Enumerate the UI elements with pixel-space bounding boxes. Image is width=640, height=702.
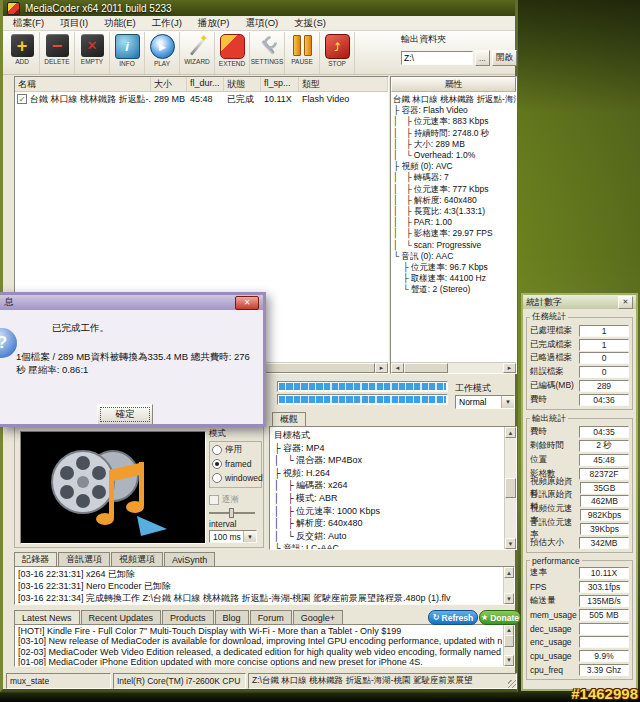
column-header[interactable]: 大小 xyxy=(151,77,187,91)
scroll-left-icon[interactable]: ◄ xyxy=(391,363,404,373)
app-icon xyxy=(7,2,20,15)
tab-video-options[interactable]: 視頻選項 xyxy=(111,552,163,566)
target-line: │ ├ 編碼器: x264 xyxy=(274,479,516,492)
scroll-down-icon[interactable]: ▼ xyxy=(504,593,514,604)
radio-selected-icon[interactable] xyxy=(212,459,222,469)
scroll-up-icon[interactable]: ▲ xyxy=(505,427,516,438)
menu-item[interactable]: 功能(E) xyxy=(96,16,144,30)
properties-header[interactable]: 屬性 xyxy=(391,77,516,92)
output-statistics-title: 輸出統計 xyxy=(530,413,568,425)
add-button[interactable]: ADD xyxy=(5,32,40,74)
interval-select[interactable]: 100 ms ▼ xyxy=(209,530,257,543)
radio-disabled[interactable]: 停用 xyxy=(212,443,259,457)
delete-button[interactable]: DELETE xyxy=(40,32,75,74)
news-item[interactable]: [02-03] MediaCoder Web Video Edition rel… xyxy=(18,647,502,657)
column-header[interactable]: fl_dur... xyxy=(187,77,224,91)
log-line: [03-16 22:31:31] x264 已卸除 xyxy=(18,568,502,580)
question-icon: ? xyxy=(0,328,17,358)
play-button[interactable]: PLAY xyxy=(145,32,180,74)
chevron-down-icon[interactable]: ▼ xyxy=(501,396,514,408)
news-vscrollbar[interactable]: ▲ ▼ xyxy=(503,625,514,666)
news-item[interactable]: [01-08] MediaCoder iPhone Edition update… xyxy=(18,657,502,667)
news-item[interactable]: [03-10] New release of MediaCoder is ava… xyxy=(18,636,502,646)
tab-logger[interactable]: 記錄器 xyxy=(14,552,57,566)
stat-value: 1 xyxy=(579,325,629,337)
scrollbar-thumb[interactable] xyxy=(404,363,448,373)
watermark: #1462998 xyxy=(571,685,638,702)
tab-avisynth[interactable]: AviSynth xyxy=(164,552,215,566)
pause-button[interactable]: PAUSE xyxy=(285,32,320,74)
stat-row: 費時 04:36 xyxy=(530,394,629,406)
dialog-title-bar[interactable]: 息 ✕ xyxy=(0,295,263,310)
property-line: │ ├ 長寬比: 4:3(1.33:1) xyxy=(393,206,516,217)
status-mux-state: mux_state xyxy=(6,673,111,689)
wizard-icon xyxy=(186,34,209,57)
title-bar[interactable]: MediaCoder x64 2011 build 5233 xyxy=(3,0,515,16)
tab-forum[interactable]: Forum xyxy=(250,610,292,624)
scrollbar-thumb[interactable] xyxy=(505,478,516,498)
tab-audio-options[interactable]: 音訊選項 xyxy=(58,552,110,566)
menu-item[interactable]: 選項(O) xyxy=(238,16,287,30)
row-checkbox[interactable]: ✓ xyxy=(17,94,27,104)
close-icon[interactable]: ✕ xyxy=(618,296,633,309)
wizard-button[interactable]: WIZARD xyxy=(180,32,215,74)
target-vscrollbar[interactable]: ▲ ▼ xyxy=(504,427,516,549)
output-folder-input[interactable] xyxy=(401,51,473,65)
radio-windowed[interactable]: windowed xyxy=(212,471,259,485)
column-header[interactable]: 類型 xyxy=(299,77,388,91)
donate-button[interactable]: ★ Donate xyxy=(479,610,521,625)
radio-icon[interactable] xyxy=(212,473,222,483)
extend-button[interactable]: EXTEND xyxy=(215,32,250,74)
column-header[interactable]: fl_sp... xyxy=(261,77,299,91)
work-mode-select[interactable]: Normal ▼ xyxy=(455,395,515,409)
scroll-down-icon[interactable]: ▼ xyxy=(505,538,516,549)
scroll-right-icon[interactable]: ► xyxy=(503,363,516,373)
stat-value: 982Kbps xyxy=(580,509,629,521)
menu-item[interactable]: 檔案(F) xyxy=(5,16,52,30)
refresh-icon: ↻ xyxy=(433,614,440,622)
properties-hscrollbar[interactable]: ◄ ► xyxy=(391,362,516,373)
ok-button[interactable]: 確定 xyxy=(97,404,153,425)
log-vscrollbar[interactable]: ▲ ▼ xyxy=(503,567,514,604)
refresh-button[interactable]: ↻ Refresh xyxy=(428,610,478,625)
scroll-down-icon[interactable]: ▼ xyxy=(504,655,514,666)
tab-latest-news[interactable]: Latest News xyxy=(14,610,80,624)
empty-button[interactable]: EMPTY xyxy=(75,32,110,74)
preview-slider[interactable] xyxy=(209,508,255,518)
menu-item[interactable]: 項目(I) xyxy=(52,16,96,30)
menu-item[interactable]: 支援(S) xyxy=(286,16,334,30)
scrollbar-thumb[interactable] xyxy=(504,635,514,647)
tab-recent-updates[interactable]: Recent Updates xyxy=(81,610,162,624)
menu-item[interactable]: 工作(J) xyxy=(144,16,190,30)
pause-icon xyxy=(291,34,314,57)
radio-framed[interactable]: framed xyxy=(212,457,259,471)
open-button[interactable]: 開啟 xyxy=(492,50,517,66)
stat-row: 預估大小 342MB xyxy=(530,537,629,549)
scroll-up-icon[interactable]: ▲ xyxy=(504,567,514,578)
checkbox-icon[interactable] xyxy=(209,495,219,505)
news-item[interactable]: [HOT!] Kindle Fire - Full Color 7" Multi… xyxy=(18,626,502,636)
chevron-down-icon[interactable]: ▼ xyxy=(243,531,256,542)
tab-google-plus[interactable]: Google+ xyxy=(293,610,343,624)
settings-button[interactable]: SETTINGS xyxy=(250,32,285,74)
close-icon[interactable]: ✕ xyxy=(235,296,259,310)
statistics-title-bar[interactable]: 統計數字 ✕ xyxy=(523,295,636,309)
menu-item[interactable]: 播放(P) xyxy=(190,16,238,30)
status-cpu: Intel(R) Core(TM) i7-2600K CPU xyxy=(113,673,246,689)
browse-button[interactable]: ... xyxy=(475,50,490,66)
tab-blog[interactable]: Blog xyxy=(215,610,249,624)
stop-button[interactable]: STOP xyxy=(320,32,355,74)
tab-products[interactable]: Products xyxy=(162,610,214,624)
slider-thumb[interactable] xyxy=(229,508,234,518)
scroll-right-icon[interactable]: ► xyxy=(375,363,388,373)
column-header[interactable]: 狀態 xyxy=(224,77,261,91)
column-header[interactable]: 名稱 xyxy=(15,77,151,91)
info-button[interactable]: INFO xyxy=(110,32,145,74)
table-row[interactable]: ✓ 台鐵 林口線 桃林鐵路 折返點-... 289 MB 45:48 已完成 1… xyxy=(15,92,388,106)
target-line: ├ 視頻: H.264 xyxy=(274,467,516,480)
radio-icon[interactable] xyxy=(212,445,222,455)
stat-value: 39Kbps xyxy=(580,523,629,535)
tab-overview[interactable]: 概觀 xyxy=(272,412,306,426)
task-statistics-title: 任務統計 xyxy=(530,311,568,323)
fade-checkbox[interactable]: 逐漸 xyxy=(209,494,262,506)
